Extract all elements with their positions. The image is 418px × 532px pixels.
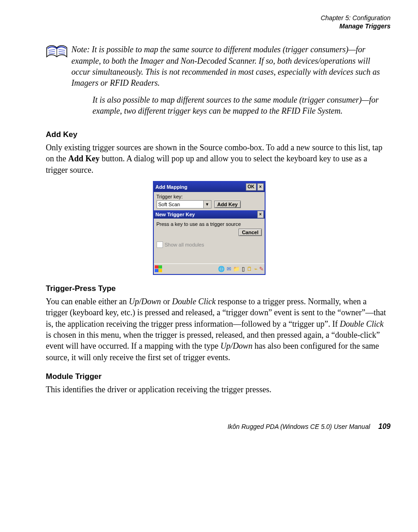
header-chapter: Chapter 5: Configuration [27, 14, 391, 22]
combo-value: Soft Scan [158, 202, 180, 207]
globe-icon[interactable]: 🌐 [218, 266, 225, 272]
start-icon[interactable] [155, 265, 163, 273]
close-icon[interactable]: × [257, 183, 264, 191]
chevron-down-icon[interactable]: ▼ [203, 201, 211, 208]
trigger-key-combo[interactable]: Soft Scan ▼ [157, 200, 212, 208]
page-header: Chapter 5: Configuration Manage Triggers [27, 14, 391, 30]
heading-module-trigger: Module Trigger [46, 372, 391, 381]
checkbox-icon[interactable] [157, 241, 163, 248]
note-paragraph-1: It is possible to map the same source to… [71, 45, 380, 88]
titlebar: Add Mapping OK × [154, 182, 265, 192]
footer-text: Ikôn Rugged PDA (Windows CE 5.0) User Ma… [228, 423, 370, 430]
text-italic: Double Click [340, 319, 383, 329]
ok-button[interactable]: OK [246, 183, 256, 191]
page-number: 109 [378, 422, 391, 431]
text-italic: Up/Down [129, 297, 161, 306]
embedded-screenshot: Add Mapping OK × Trigger key: Soft Scan … [27, 181, 391, 275]
inner-titlebar: New Trigger Key × [154, 210, 265, 219]
mail-icon[interactable]: ✉ [227, 266, 231, 272]
body-trigger-press: You can enable either an Up/Down or Doub… [46, 296, 391, 363]
close-icon[interactable]: × [257, 211, 264, 218]
note-text: Note: It is possible to map the same sou… [71, 44, 391, 116]
folder-icon[interactable]: 📁 [233, 266, 240, 272]
add-mapping-dialog: Add Mapping OK × Trigger key: Soft Scan … [153, 181, 266, 275]
note-icon[interactable]: 🗒 [247, 266, 252, 272]
inner-window-title: New Trigger Key [155, 212, 256, 217]
page-footer: Ikôn Rugged PDA (Windows CE 5.0) User Ma… [27, 422, 391, 431]
note-label: Note: [71, 45, 90, 54]
add-key-button[interactable]: Add Key [214, 201, 241, 208]
show-all-modules-row[interactable]: Show all modules [157, 241, 262, 248]
system-tray: 🌐 ✉ 📁 ▯ 🗒 ⌁ ✎ [218, 266, 264, 272]
key-icon[interactable]: ⌁ [254, 266, 257, 272]
body-add-key: Only existing trigger sources are shown … [46, 142, 391, 176]
pen-icon[interactable]: ✎ [259, 266, 264, 272]
taskbar: 🌐 ✉ 📁 ▯ 🗒 ⌁ ✎ [154, 263, 265, 274]
text-italic: Up/Down [220, 341, 252, 351]
show-all-label: Show all modules [165, 242, 204, 247]
text: or [161, 297, 172, 306]
inner-prompt: Press a key to use as a trigger source [157, 221, 262, 227]
book-icon [46, 44, 68, 61]
text: You can enable either an [46, 297, 129, 306]
body-module-trigger: This identifies the driver or applicatio… [46, 384, 391, 395]
cancel-button[interactable]: Cancel [239, 229, 261, 236]
trigger-key-label: Trigger key: [157, 194, 262, 199]
note-block: Note: It is possible to map the same sou… [46, 44, 391, 116]
signal-icon[interactable]: ▯ [242, 266, 245, 272]
text-italic: Double Click [172, 297, 216, 306]
header-section: Manage Triggers [27, 22, 391, 30]
note-paragraph-2: It is also possible to map different sou… [71, 94, 391, 117]
text-bold: Add Key [68, 154, 100, 163]
window-title: Add Mapping [155, 184, 245, 190]
heading-trigger-press-type: Trigger-Press Type [46, 284, 391, 293]
heading-add-key: Add Key [46, 130, 391, 139]
